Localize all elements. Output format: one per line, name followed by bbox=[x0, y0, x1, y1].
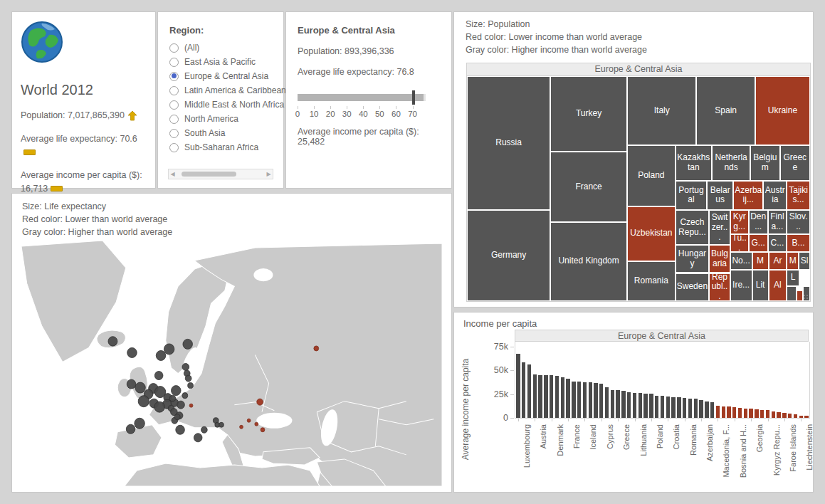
income-bar-macedonia-f[interactable] bbox=[716, 406, 720, 418]
radio-icon[interactable] bbox=[169, 143, 179, 152]
treemap-cell-switzer[interactable]: Switzer... bbox=[709, 210, 730, 245]
treemap-cell-netherlands[interactable]: Netherlands bbox=[712, 145, 750, 180]
map-bubble[interactable] bbox=[156, 350, 166, 360]
income-bar-france[interactable] bbox=[566, 379, 569, 419]
income-bar[interactable] bbox=[738, 408, 742, 418]
resize-handle-icon[interactable] bbox=[803, 294, 809, 300]
region-option-north-america[interactable]: North America bbox=[169, 114, 278, 124]
map-bubble[interactable] bbox=[127, 347, 137, 357]
treemap-cell-bulgaria[interactable]: Bulgaria bbox=[709, 245, 730, 273]
map-bubble[interactable] bbox=[135, 382, 145, 393]
map-bubble[interactable] bbox=[219, 422, 224, 427]
treemap-cell-spain[interactable]: Spain bbox=[696, 76, 755, 145]
map-bubble[interactable] bbox=[189, 404, 193, 407]
income-bar-greece[interactable] bbox=[616, 390, 619, 418]
income-bar[interactable] bbox=[577, 382, 581, 418]
map-bubble[interactable] bbox=[183, 339, 193, 349]
income-bar[interactable] bbox=[538, 375, 542, 418]
income-bar-cyprus[interactable] bbox=[599, 384, 603, 418]
radio-icon[interactable] bbox=[169, 43, 179, 53]
map-bubble[interactable] bbox=[127, 379, 136, 389]
map-bubble[interactable] bbox=[240, 425, 243, 429]
region-horizontal-scrollbar[interactable]: ◀ ▶ bbox=[168, 169, 273, 179]
income-bar[interactable] bbox=[804, 416, 808, 418]
treemap-cell-hungary[interactable]: Hungary bbox=[676, 245, 710, 273]
treemap-cell-kyrg[interactable]: Kyrg... bbox=[730, 210, 749, 234]
income-bar[interactable] bbox=[688, 399, 692, 418]
income-bar[interactable] bbox=[639, 393, 642, 418]
treemap-cell-den[interactable]: Den... bbox=[749, 210, 768, 234]
map-bubble[interactable] bbox=[176, 425, 185, 434]
radio-icon[interactable] bbox=[169, 115, 179, 124]
income-bar-bosnia-and-h[interactable] bbox=[732, 407, 736, 418]
radio-icon[interactable] bbox=[169, 100, 179, 110]
income-bar[interactable] bbox=[794, 414, 797, 418]
treemap-cell-poland[interactable]: Poland bbox=[627, 145, 675, 206]
map-bubble[interactable] bbox=[154, 401, 164, 412]
treemap-cell-no[interactable]: No... bbox=[730, 252, 752, 270]
treemap-cell-sweden[interactable]: Sweden bbox=[676, 273, 710, 302]
region-option-all[interactable]: (All) bbox=[169, 43, 278, 53]
treemap-cell-united-kingdom[interactable]: United Kingdom bbox=[550, 222, 627, 301]
income-bar[interactable] bbox=[772, 411, 775, 418]
income-bar-faroe-islands[interactable] bbox=[782, 413, 786, 418]
map-bubble[interactable] bbox=[108, 337, 117, 346]
income-bar[interactable] bbox=[572, 382, 575, 418]
map-bubble[interactable] bbox=[314, 346, 319, 351]
income-bar[interactable] bbox=[661, 396, 664, 418]
treemap-cell-tu[interactable]: Tu... bbox=[730, 234, 749, 252]
map-bubble[interactable] bbox=[261, 428, 265, 432]
map-bubble[interactable] bbox=[185, 375, 191, 382]
treemap-cell-turkey[interactable]: Turkey bbox=[550, 76, 627, 152]
map-bubble[interactable] bbox=[164, 344, 174, 355]
treemap-cell-cell[interactable] bbox=[797, 290, 803, 301]
map-bubble[interactable] bbox=[126, 424, 135, 434]
income-bar[interactable] bbox=[643, 394, 647, 418]
scrollbar-track[interactable] bbox=[177, 171, 265, 177]
treemap-cell-germany[interactable]: Germany bbox=[467, 210, 550, 301]
treemap-cell-g[interactable]: G... bbox=[749, 234, 768, 252]
income-bar[interactable] bbox=[589, 382, 592, 418]
map-bubble[interactable] bbox=[138, 396, 149, 407]
scroll-left-arrow-icon[interactable]: ◀ bbox=[169, 170, 177, 178]
income-bar[interactable] bbox=[777, 412, 780, 418]
radio-icon[interactable] bbox=[169, 86, 179, 95]
income-bar[interactable] bbox=[555, 376, 559, 418]
income-bar-liechtenstein[interactable] bbox=[799, 416, 803, 418]
income-bar[interactable] bbox=[722, 406, 725, 418]
treemap-cell-azerbaij[interactable]: Azerbaij... bbox=[733, 181, 763, 210]
income-bar[interactable] bbox=[655, 396, 658, 418]
treemap-cell-l[interactable]: L bbox=[787, 270, 799, 286]
treemap-cell-sl[interactable]: Sl bbox=[799, 252, 810, 270]
income-bar[interactable] bbox=[621, 391, 625, 418]
treemap-cell-lit[interactable]: Lit bbox=[752, 270, 769, 301]
region-option-sub-saharan-africa[interactable]: Sub-Saharan Africa bbox=[169, 142, 278, 152]
income-bar[interactable] bbox=[594, 383, 597, 418]
map-bubble[interactable] bbox=[201, 426, 208, 433]
treemap-cell-c[interactable]: C... bbox=[768, 234, 787, 252]
map-bubble[interactable] bbox=[188, 383, 194, 389]
treemap-cell-b[interactable]: B... bbox=[787, 234, 810, 252]
map-bubble[interactable] bbox=[172, 386, 182, 396]
income-bar[interactable] bbox=[710, 402, 714, 418]
income-bar-denmark[interactable] bbox=[550, 375, 553, 418]
treemap-cell-belgium[interactable]: Belgium bbox=[750, 145, 779, 180]
income-bar-austria[interactable] bbox=[533, 374, 537, 418]
income-bar-azerbaijan[interactable] bbox=[699, 400, 703, 418]
map-bubble[interactable] bbox=[257, 399, 263, 405]
treemap-cell-m[interactable]: M bbox=[752, 252, 769, 270]
treemap-cell-ire[interactable]: Ire... bbox=[730, 270, 752, 301]
treemap-cell-finla[interactable]: Finla... bbox=[768, 210, 787, 234]
income-bar[interactable] bbox=[527, 364, 531, 418]
treemap-cell-ukraine[interactable]: Ukraine bbox=[755, 76, 810, 145]
map-bubble[interactable] bbox=[135, 418, 144, 429]
map-bubble[interactable] bbox=[182, 364, 189, 371]
income-bar[interactable] bbox=[611, 390, 614, 418]
treemap-cell-m[interactable]: M bbox=[787, 252, 799, 270]
radio-icon[interactable] bbox=[169, 129, 179, 138]
treemap-cell-kazakhstan[interactable]: Kazakhstan bbox=[676, 145, 713, 180]
life-expectancy-bullet-chart[interactable]: 010203040506070 bbox=[298, 90, 440, 121]
radio-selected-icon[interactable] bbox=[169, 72, 179, 81]
income-bar[interactable] bbox=[627, 392, 631, 418]
treemap-cell-czech-repu[interactable]: Czech Repu... bbox=[676, 210, 710, 245]
